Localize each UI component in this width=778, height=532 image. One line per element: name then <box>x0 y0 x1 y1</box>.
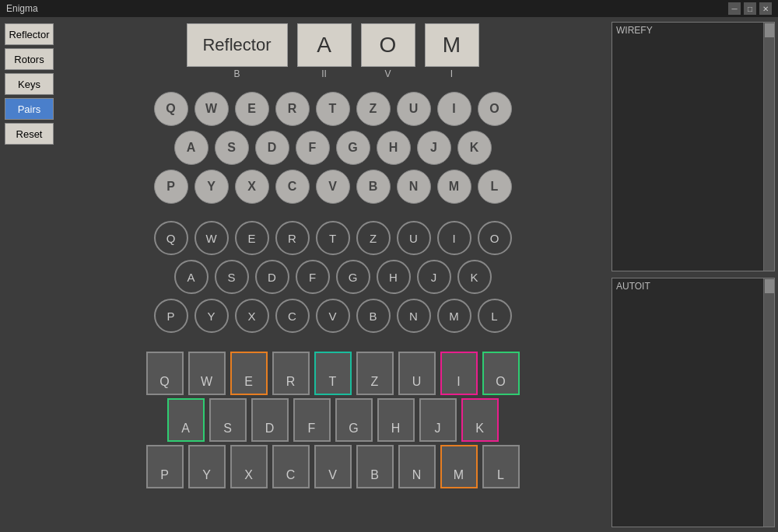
plug-key-G[interactable]: G <box>335 398 373 442</box>
mid-key-L[interactable]: L <box>478 299 512 333</box>
app-title: Enigma <box>6 3 38 14</box>
bottom-textarea[interactable] <box>614 296 766 525</box>
mid-key-I[interactable]: I <box>437 221 471 255</box>
mid-key-Y[interactable]: Y <box>194 299 229 333</box>
plug-key-I[interactable]: I <box>440 352 478 395</box>
bottom-scrollbar-track[interactable] <box>763 278 774 527</box>
plug-key-Y[interactable]: Y <box>188 445 226 488</box>
mid-key-H[interactable]: H <box>377 260 411 294</box>
mid-key-M[interactable]: M <box>437 299 471 333</box>
top-textarea[interactable] <box>614 40 766 269</box>
top-key-D[interactable]: D <box>255 131 289 165</box>
plug-key-K[interactable]: K <box>461 398 499 442</box>
top-key-I[interactable]: I <box>437 92 471 126</box>
top-key-J[interactable]: J <box>417 131 451 165</box>
maximize-button[interactable]: □ <box>744 2 756 15</box>
plug-key-T[interactable]: T <box>314 352 352 395</box>
top-key-L[interactable]: L <box>478 170 512 204</box>
mid-key-O[interactable]: O <box>478 221 512 255</box>
minimize-button[interactable]: ─ <box>728 2 741 15</box>
mid-key-Q[interactable]: Q <box>154 221 188 255</box>
mid-key-E[interactable]: E <box>235 221 269 255</box>
top-key-A[interactable]: A <box>174 131 209 165</box>
mid-key-U[interactable]: U <box>397 221 431 255</box>
plug-key-B[interactable]: B <box>356 445 394 488</box>
plug-key-S[interactable]: S <box>209 398 247 442</box>
mid-key-N[interactable]: N <box>397 299 431 333</box>
top-key-U[interactable]: U <box>397 92 431 126</box>
top-key-M[interactable]: M <box>437 170 471 204</box>
mid-key-R[interactable]: R <box>275 221 310 255</box>
mid-key-J[interactable]: J <box>417 260 451 294</box>
plug-key-F[interactable]: F <box>293 398 331 442</box>
plug-key-N[interactable]: N <box>398 445 436 488</box>
top-key-G[interactable]: G <box>336 131 370 165</box>
plug-key-C[interactable]: C <box>272 445 310 488</box>
mid-key-F[interactable]: F <box>296 260 330 294</box>
plug-key-R[interactable]: R <box>272 352 310 395</box>
top-key-V[interactable]: V <box>316 170 350 204</box>
rotor3-subtext: I <box>450 68 453 79</box>
mid-key-C[interactable]: C <box>275 299 310 333</box>
top-key-H[interactable]: H <box>377 131 411 165</box>
mid-key-X[interactable]: X <box>235 299 269 333</box>
mid-key-V[interactable]: V <box>316 299 350 333</box>
sidebar-reflector-button[interactable]: Reflector <box>5 23 54 45</box>
mid-key-B[interactable]: B <box>356 299 391 333</box>
sidebar-pairs-button[interactable]: Pairs <box>5 98 54 120</box>
top-key-Z[interactable]: Z <box>356 92 391 126</box>
top-key-F[interactable]: F <box>296 131 330 165</box>
plug-key-Q[interactable]: Q <box>146 352 184 395</box>
top-key-S[interactable]: S <box>215 131 249 165</box>
plug-key-A[interactable]: A <box>167 398 205 442</box>
mid-key-G[interactable]: G <box>336 260 370 294</box>
top-key-K[interactable]: K <box>457 131 492 165</box>
plug-key-O[interactable]: O <box>482 352 520 395</box>
top-key-N[interactable]: N <box>397 170 431 204</box>
plug-key-X[interactable]: X <box>230 445 268 488</box>
plug-key-U[interactable]: U <box>398 352 436 395</box>
plug-key-J[interactable]: J <box>419 398 457 442</box>
plug-key-P[interactable]: P <box>146 445 184 488</box>
top-key-W[interactable]: W <box>194 92 229 126</box>
mid-key-S[interactable]: S <box>215 260 249 294</box>
plug-key-L[interactable]: L <box>482 445 520 488</box>
mid-key-Z[interactable]: Z <box>356 221 391 255</box>
rotor1-box[interactable]: A <box>297 23 352 67</box>
top-key-C[interactable]: C <box>275 170 310 204</box>
plug-key-Z[interactable]: Z <box>356 352 394 395</box>
rotor2-box[interactable]: O <box>361 23 415 67</box>
top-key-O[interactable]: O <box>478 92 512 126</box>
close-button[interactable]: ✕ <box>759 2 772 15</box>
rotor3-box[interactable]: M <box>425 23 479 67</box>
plug-key-V[interactable]: V <box>314 445 352 488</box>
plug-key-D[interactable]: D <box>251 398 289 442</box>
top-scrollbar-track[interactable] <box>763 23 774 271</box>
plug-key-W[interactable]: W <box>188 352 226 395</box>
top-key-P[interactable]: P <box>154 170 188 204</box>
mid-key-P[interactable]: P <box>154 299 188 333</box>
mid-key-T[interactable]: T <box>316 221 350 255</box>
top-key-X[interactable]: X <box>235 170 269 204</box>
top-row3: P Y X C V B N M L <box>65 170 601 204</box>
top-key-Q[interactable]: Q <box>154 92 188 126</box>
top-key-R[interactable]: R <box>275 92 310 126</box>
rotor-header: Reflector B A II O V M I <box>65 23 601 79</box>
mid-key-D[interactable]: D <box>255 260 289 294</box>
sidebar-reset-button[interactable]: Reset <box>5 123 54 145</box>
mid-key-A[interactable]: A <box>174 260 209 294</box>
mid-keyboard: Q W E R T Z U I O A S D F G H J K P <box>65 221 601 338</box>
plug-key-E[interactable]: E <box>230 352 268 395</box>
sidebar-rotors-button[interactable]: Rotors <box>5 48 54 70</box>
reflector-subtext: B <box>233 68 240 79</box>
plug-key-H[interactable]: H <box>377 398 415 442</box>
top-key-Y[interactable]: Y <box>194 170 229 204</box>
title-bar: Enigma ─ □ ✕ <box>0 0 778 17</box>
top-key-B[interactable]: B <box>356 170 391 204</box>
plug-key-M[interactable]: M <box>440 445 478 488</box>
sidebar-keys-button[interactable]: Keys <box>5 73 54 95</box>
mid-key-W[interactable]: W <box>194 221 229 255</box>
top-key-T[interactable]: T <box>316 92 350 126</box>
top-key-E[interactable]: E <box>235 92 269 126</box>
mid-key-K[interactable]: K <box>457 260 492 294</box>
